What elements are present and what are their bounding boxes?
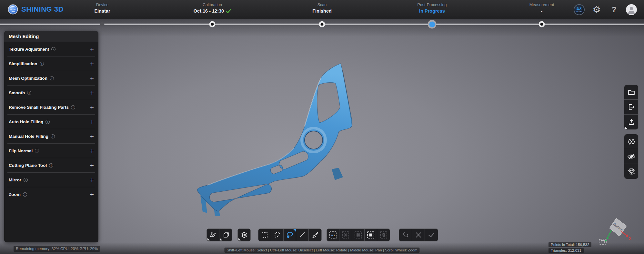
sidebar-item-auto-hole-filling[interactable]: Auto Hole Filling i + (4, 115, 98, 129)
invert-selection-icon (354, 231, 362, 239)
expand-plus-icon[interactable]: + (90, 46, 94, 53)
open-project-button[interactable] (624, 85, 638, 100)
expand-plus-icon[interactable]: + (90, 60, 94, 67)
expand-plus-icon[interactable]: + (90, 191, 94, 198)
unselect-all-icon (341, 231, 350, 239)
polygon-select-icon (273, 231, 281, 239)
expand-plus-icon[interactable]: + (90, 75, 94, 82)
confirm-button[interactable] (425, 229, 438, 241)
sidebar-item-smooth[interactable]: Smooth i + (4, 86, 98, 100)
mesh-editing-panel: Mesh Editing Texture Adjustment i + Simp… (4, 31, 98, 242)
step-device[interactable]: Device Einstar (64, 3, 141, 14)
mouse-hint-bar: Shift+Left Mouse: Select | Ctrl+Left Mou… (224, 248, 419, 253)
panel-title: Mesh Editing (4, 31, 98, 42)
progress-dot-calibration (209, 21, 216, 27)
progress-dot-scan (319, 21, 325, 27)
select-connected-button[interactable] (365, 229, 377, 241)
expand-plus-icon[interactable]: + (90, 133, 94, 140)
progress-dot-post-processing (428, 20, 437, 29)
top-bar: SHINING 3D Device Einstar Calibration Oc… (0, 0, 644, 19)
info-icon[interactable]: i (35, 149, 39, 153)
folder-icon (628, 88, 635, 96)
rectangle-select-icon (261, 231, 268, 239)
layer-select-button[interactable] (238, 229, 250, 241)
progress-dot-device (100, 22, 105, 26)
step-scan[interactable]: Scan Finished (283, 3, 361, 14)
export-button[interactable] (624, 100, 638, 115)
cube-select-icon (222, 231, 230, 239)
orientation-gizmo[interactable]: Bottom Y X (590, 208, 644, 254)
selection-ops-group: ALL (327, 229, 390, 241)
line-select-button[interactable] (296, 229, 309, 241)
user-avatar[interactable] (626, 4, 637, 15)
upload-share-button[interactable] (624, 115, 638, 129)
sidebar-item-manual-hole-filling[interactable]: Manual Hole Filling i + (4, 129, 98, 144)
expand-plus-icon[interactable]: + (90, 104, 94, 111)
step-calibration[interactable]: Calibration Oct.16 - 12:30 (174, 3, 251, 14)
unselect-all-button[interactable] (339, 229, 352, 241)
triangles-total: Triangles: 312,031 (548, 248, 584, 253)
help-icon[interactable]: ? (609, 4, 619, 15)
mesh-display-button[interactable] (624, 134, 638, 149)
info-icon[interactable]: i (24, 178, 28, 182)
exmodel-account-badge[interactable]: EX Model (574, 4, 585, 15)
settings-gear-icon[interactable]: ⚙ (591, 4, 602, 15)
mesh-statistics: Points in Total: 156,532 Triangles: 312,… (548, 242, 591, 253)
step-measurement[interactable]: Measurement - (503, 3, 580, 14)
cancel-button[interactable] (412, 229, 425, 241)
lasso-select-button[interactable] (284, 229, 296, 241)
system-resources-status: Remaining memory: 32% CPU: 20% GPU: 29% (14, 246, 100, 252)
person-icon (627, 5, 636, 14)
info-icon[interactable]: i (51, 134, 55, 138)
expand-plus-icon[interactable]: + (90, 89, 94, 96)
view-toolbar (624, 134, 639, 179)
app-logo: SHINING 3D (8, 4, 64, 15)
select-connected-icon (367, 231, 375, 239)
sidebar-item-texture-adjustment[interactable]: Texture Adjustment i + (4, 42, 98, 56)
undo-button[interactable] (399, 229, 412, 241)
render-mode-button[interactable] (624, 164, 638, 179)
sidebar-item-zoom[interactable]: Zoom i + (4, 187, 98, 202)
sidebar-item-simplification[interactable]: Simplification i + (4, 56, 98, 71)
confirm-ops-group (399, 229, 438, 241)
info-icon[interactable]: i (40, 62, 44, 66)
sidebar-item-mesh-optimization[interactable]: Mesh Optimization i + (4, 71, 98, 86)
expand-plus-icon[interactable]: + (90, 147, 94, 154)
layer-select-group (237, 229, 251, 241)
eye-slash-icon (627, 153, 636, 160)
gem-rotate-icon (627, 167, 636, 176)
sidebar-item-remove-small-floating-parts[interactable]: Remove Small Floating Parts i + (4, 100, 98, 115)
points-total: Points in Total: 156,532 (548, 242, 591, 247)
expand-plus-icon[interactable]: + (90, 118, 94, 125)
sidebar-item-cutting-plane-tool[interactable]: Cutting Plane Tool i + (4, 158, 98, 173)
polygon-select-button[interactable] (271, 229, 284, 241)
info-icon[interactable]: i (27, 91, 31, 95)
step-post-processing[interactable]: Post-Processing In Progress (393, 3, 471, 14)
invert-selection-button[interactable] (352, 229, 365, 241)
sidebar-item-mirror[interactable]: Mirror i + (4, 173, 98, 187)
line-select-icon (298, 231, 306, 239)
brush-select-button[interactable] (309, 229, 321, 241)
select-all-button[interactable]: ALL (327, 229, 339, 241)
gizmo-x-axis-label: X (629, 237, 631, 240)
info-icon[interactable]: i (23, 192, 27, 197)
info-icon[interactable]: i (45, 120, 50, 124)
rectangle-select-button[interactable] (258, 229, 271, 241)
info-icon[interactable]: i (49, 163, 53, 168)
sidebar-item-flip-normal[interactable]: Flip Normal i + (4, 144, 98, 158)
delete-selected-button[interactable] (377, 229, 390, 241)
select-visible-button[interactable] (207, 229, 219, 241)
undo-icon (402, 231, 409, 239)
selection-mode-group (206, 229, 232, 241)
info-icon[interactable]: i (50, 76, 54, 80)
hide-model-button[interactable] (624, 149, 638, 164)
export-file-icon (628, 103, 635, 111)
expand-plus-icon[interactable]: + (90, 177, 94, 183)
info-icon[interactable]: i (51, 47, 55, 51)
select-through-button[interactable] (219, 229, 232, 241)
info-icon[interactable]: i (71, 105, 75, 109)
expand-plus-icon[interactable]: + (90, 162, 94, 169)
select-all-icon: ALL (329, 231, 337, 239)
upload-icon (628, 118, 635, 126)
file-toolbar (624, 85, 639, 130)
